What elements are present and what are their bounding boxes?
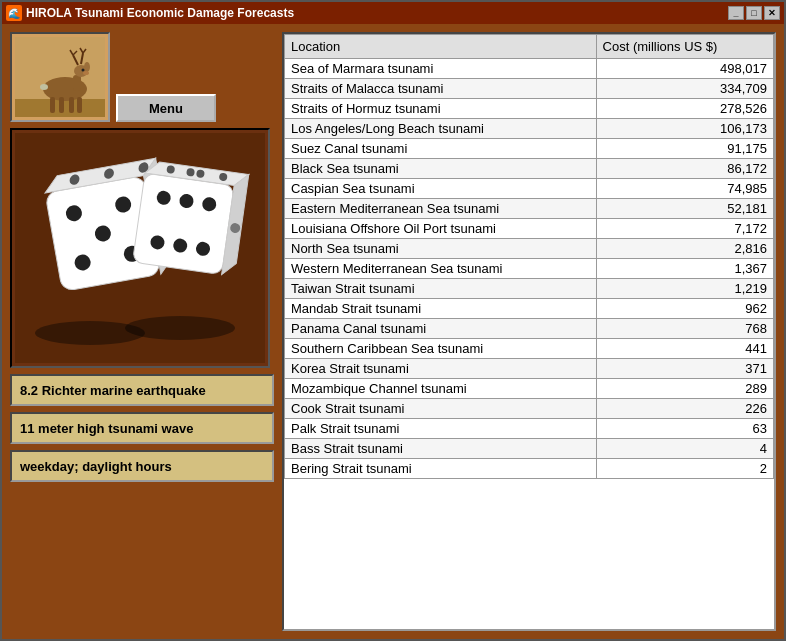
table-row: Caspian Sea tsunami74,985 xyxy=(285,179,774,199)
animal-svg xyxy=(15,37,105,117)
cost-cell: 962 xyxy=(596,299,773,319)
location-cell: Sea of Marmara tsunami xyxy=(285,59,597,79)
tsunami-text: 11 meter high tsunami wave xyxy=(20,421,193,436)
table-row: Suez Canal tsunami91,175 xyxy=(285,139,774,159)
close-button[interactable]: ✕ xyxy=(764,6,780,20)
cost-cell: 1,219 xyxy=(596,279,773,299)
location-cell: Eastern Mediterranean Sea tsunami xyxy=(285,199,597,219)
location-cell: Mandab Strait tsunami xyxy=(285,299,597,319)
location-cell: Black Sea tsunami xyxy=(285,159,597,179)
svg-rect-9 xyxy=(59,97,64,113)
cost-cell: 52,181 xyxy=(596,199,773,219)
cost-cell: 74,985 xyxy=(596,179,773,199)
table-row: Bering Strait tsunami2 xyxy=(285,459,774,479)
table-row: Southern Caribbean Sea tsunami441 xyxy=(285,339,774,359)
cost-cell: 441 xyxy=(596,339,773,359)
cost-cell: 7,172 xyxy=(596,219,773,239)
col-location: Location xyxy=(285,35,597,59)
dice-svg xyxy=(15,133,265,363)
dice-image xyxy=(10,128,270,368)
cost-cell: 1,367 xyxy=(596,259,773,279)
svg-rect-33 xyxy=(132,173,234,275)
main-content: Menu xyxy=(2,24,784,639)
table-row: Bass Strait tsunami4 xyxy=(285,439,774,459)
location-cell: Mozambique Channel tsunami xyxy=(285,379,597,399)
maximize-button[interactable]: □ xyxy=(746,6,762,20)
cost-cell: 91,175 xyxy=(596,139,773,159)
table-row: Louisiana Offshore Oil Port tsunami7,172 xyxy=(285,219,774,239)
cost-cell: 4 xyxy=(596,439,773,459)
svg-point-7 xyxy=(83,71,89,75)
svg-rect-3 xyxy=(73,75,81,91)
tsunami-info: 11 meter high tsunami wave xyxy=(10,412,274,444)
location-cell: Taiwan Strait tsunami xyxy=(285,279,597,299)
location-cell: Southern Caribbean Sea tsunami xyxy=(285,339,597,359)
cost-cell: 289 xyxy=(596,379,773,399)
table-row: Cook Strait tsunami226 xyxy=(285,399,774,419)
animal-image xyxy=(10,32,110,122)
cost-cell: 334,709 xyxy=(596,79,773,99)
earthquake-info: 8.2 Richter marine earthquake xyxy=(10,374,274,406)
cost-cell: 768 xyxy=(596,319,773,339)
table-row: Mozambique Channel tsunami289 xyxy=(285,379,774,399)
earthquake-text: 8.2 Richter marine earthquake xyxy=(20,383,206,398)
window-title: HIROLA Tsunami Economic Damage Forecasts xyxy=(26,6,294,20)
table-row: Straits of Malacca tsunami334,709 xyxy=(285,79,774,99)
svg-rect-8 xyxy=(50,97,55,113)
location-cell: Bering Strait tsunami xyxy=(285,459,597,479)
cost-cell: 2,816 xyxy=(596,239,773,259)
svg-rect-11 xyxy=(77,97,82,113)
location-cell: Louisiana Offshore Oil Port tsunami xyxy=(285,219,597,239)
table-row: Western Mediterranean Sea tsunami1,367 xyxy=(285,259,774,279)
time-info: weekday; daylight hours xyxy=(10,450,274,482)
svg-point-6 xyxy=(82,69,85,72)
location-cell: North Sea tsunami xyxy=(285,239,597,259)
location-cell: Korea Strait tsunami xyxy=(285,359,597,379)
table-row: Panama Canal tsunami768 xyxy=(285,319,774,339)
table-row: Straits of Hormuz tsunami278,526 xyxy=(285,99,774,119)
app-icon: 🌊 xyxy=(6,5,22,21)
main-window: 🌊 HIROLA Tsunami Economic Damage Forecas… xyxy=(0,0,786,641)
table-row: Korea Strait tsunami371 xyxy=(285,359,774,379)
cost-cell: 498,017 xyxy=(596,59,773,79)
cost-cell: 86,172 xyxy=(596,159,773,179)
table-row: Taiwan Strait tsunami1,219 xyxy=(285,279,774,299)
data-table-panel[interactable]: Location Cost (millions US $) Sea of Mar… xyxy=(282,32,776,631)
table-row: Eastern Mediterranean Sea tsunami52,181 xyxy=(285,199,774,219)
svg-point-5 xyxy=(84,62,90,72)
location-cell: Straits of Malacca tsunami xyxy=(285,79,597,99)
menu-button[interactable]: Menu xyxy=(116,94,216,122)
minimize-button[interactable]: _ xyxy=(728,6,744,20)
location-cell: Straits of Hormuz tsunami xyxy=(285,99,597,119)
svg-point-21 xyxy=(125,316,235,340)
cost-cell: 63 xyxy=(596,419,773,439)
location-cell: Caspian Sea tsunami xyxy=(285,179,597,199)
location-cell: Bass Strait tsunami xyxy=(285,439,597,459)
table-row: Palk Strait tsunami63 xyxy=(285,419,774,439)
title-bar-left: 🌊 HIROLA Tsunami Economic Damage Forecas… xyxy=(6,5,294,21)
cost-cell: 278,526 xyxy=(596,99,773,119)
left-panel: Menu xyxy=(2,24,282,639)
location-cell: Palk Strait tsunami xyxy=(285,419,597,439)
location-cell: Western Mediterranean Sea tsunami xyxy=(285,259,597,279)
cost-cell: 2 xyxy=(596,459,773,479)
time-text: weekday; daylight hours xyxy=(20,459,172,474)
svg-rect-10 xyxy=(69,97,74,113)
location-cell: Los Angeles/Long Beach tsunami xyxy=(285,119,597,139)
table-row: Black Sea tsunami86,172 xyxy=(285,159,774,179)
location-cell: Panama Canal tsunami xyxy=(285,319,597,339)
table-row: North Sea tsunami2,816 xyxy=(285,239,774,259)
table-row: Sea of Marmara tsunami498,017 xyxy=(285,59,774,79)
location-cell: Cook Strait tsunami xyxy=(285,399,597,419)
damage-table: Location Cost (millions US $) Sea of Mar… xyxy=(284,34,774,479)
cost-cell: 226 xyxy=(596,399,773,419)
col-cost: Cost (millions US $) xyxy=(596,35,773,59)
cost-cell: 371 xyxy=(596,359,773,379)
location-cell: Suez Canal tsunami xyxy=(285,139,597,159)
title-bar: 🌊 HIROLA Tsunami Economic Damage Forecas… xyxy=(2,2,784,24)
table-row: Los Angeles/Long Beach tsunami106,173 xyxy=(285,119,774,139)
svg-point-12 xyxy=(40,84,48,90)
cost-cell: 106,173 xyxy=(596,119,773,139)
table-row: Mandab Strait tsunami962 xyxy=(285,299,774,319)
title-bar-controls: _ □ ✕ xyxy=(728,6,780,20)
